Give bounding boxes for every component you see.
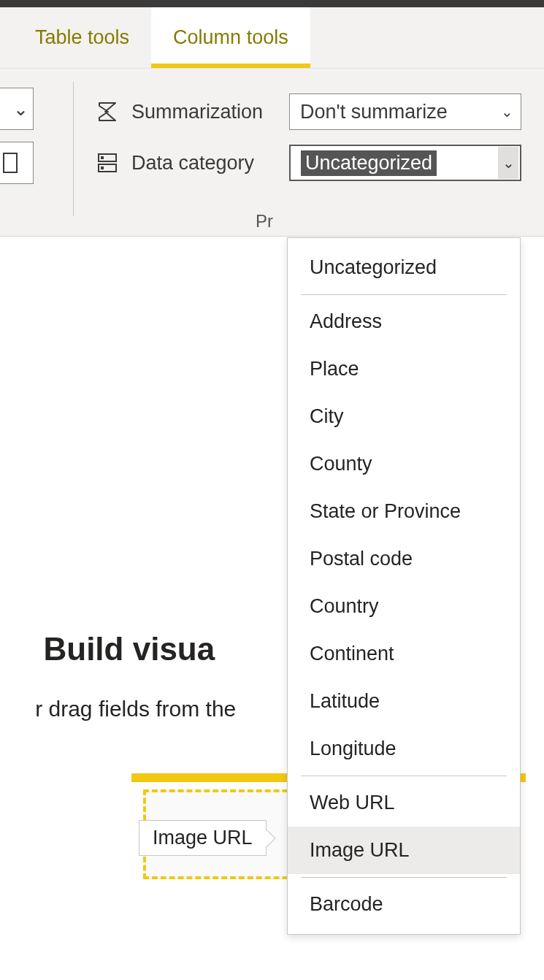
- sigma-icon: [95, 99, 120, 124]
- menu-item-barcode[interactable]: Barcode: [288, 881, 520, 928]
- menu-item-continent[interactable]: Continent: [288, 630, 520, 678]
- menu-item-state-or-province[interactable]: State or Province: [288, 488, 520, 535]
- menu-item-address[interactable]: Address: [288, 298, 520, 345]
- svg-rect-3: [101, 156, 104, 159]
- tab-table-tools[interactable]: Table tools: [13, 7, 151, 68]
- summarization-label: Summarization: [131, 101, 277, 123]
- menu-item-county[interactable]: County: [288, 440, 520, 488]
- category-icon: [95, 150, 120, 175]
- data-category-label: Data category: [131, 152, 277, 175]
- data-category-row: Data category Uncategorized ⌄: [95, 145, 521, 181]
- column-icon: [2, 152, 18, 174]
- menu-item-postal-code[interactable]: Postal code: [288, 535, 520, 583]
- field-chip[interactable]: Image URL: [139, 820, 267, 856]
- ribbon-tabs: Table tools Column tools: [0, 7, 544, 69]
- ribbon-left-controls: ⌄: [0, 88, 34, 184]
- svg-rect-4: [101, 166, 104, 169]
- menu-item-web-url[interactable]: Web URL: [288, 779, 520, 827]
- app-window: Table tools Column tools ⌄ Summarization: [0, 0, 544, 980]
- ribbon-group-label: Pr: [256, 211, 273, 231]
- data-category-dropdown[interactable]: Uncategorized ⌄: [289, 145, 521, 181]
- title-bar: [0, 0, 544, 7]
- ribbon: ⌄ Summarization Don't summarize ⌄: [0, 69, 544, 237]
- svg-rect-0: [4, 153, 17, 172]
- summarization-dropdown[interactable]: Don't summarize ⌄: [289, 93, 521, 130]
- data-category-menu: Uncategorized Address Place City County …: [287, 237, 521, 935]
- menu-item-latitude[interactable]: Latitude: [288, 678, 520, 725]
- properties-group: Summarization Don't summarize ⌄ Data cat…: [95, 93, 521, 181]
- menu-separator: [301, 776, 507, 776]
- chevron-down-icon: ⌄: [502, 154, 515, 172]
- summarization-row: Summarization Don't summarize ⌄: [95, 93, 521, 130]
- menu-item-country[interactable]: Country: [288, 583, 520, 630]
- menu-item-image-url[interactable]: Image URL: [288, 827, 520, 874]
- summarization-value: Don't summarize: [300, 101, 448, 123]
- menu-separator: [301, 294, 507, 295]
- ribbon-dropdown-trunc-1[interactable]: ⌄: [0, 88, 34, 130]
- menu-item-city[interactable]: City: [288, 393, 520, 440]
- chevron-down-icon: ⌄: [13, 99, 28, 120]
- ribbon-separator: [73, 82, 74, 216]
- tab-column-tools[interactable]: Column tools: [151, 7, 310, 68]
- chevron-down-icon: ⌄: [501, 103, 513, 120]
- menu-item-place[interactable]: Place: [288, 345, 520, 393]
- menu-separator: [301, 877, 507, 878]
- ribbon-dropdown-trunc-2[interactable]: [0, 142, 34, 184]
- data-category-value: Uncategorized: [301, 150, 437, 176]
- menu-item-uncategorized[interactable]: Uncategorized: [288, 244, 520, 291]
- menu-item-longitude[interactable]: Longitude: [288, 725, 520, 773]
